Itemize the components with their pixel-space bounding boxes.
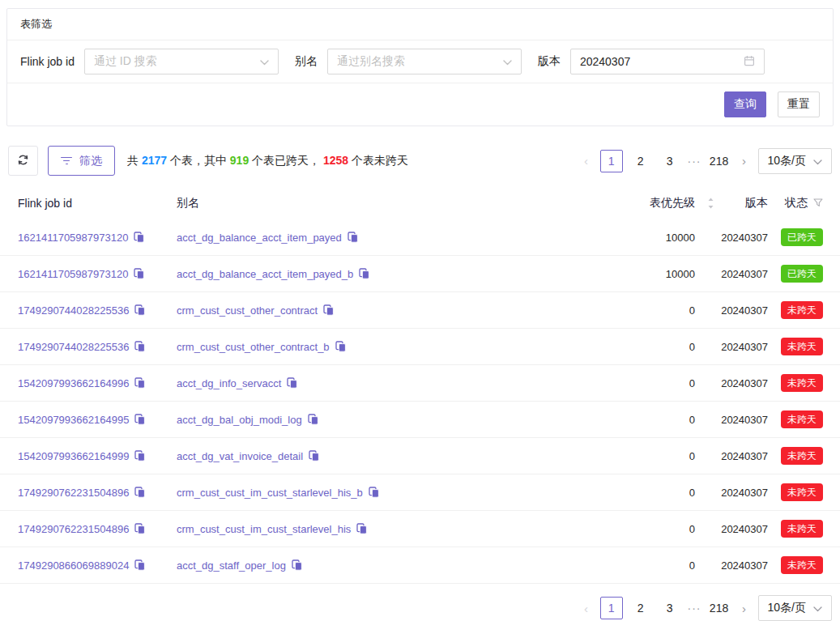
job-id-cell: 1749290744028225536 [18,341,177,353]
job-id-cell: 1621411705987973120 [18,268,177,280]
page-button-218[interactable]: 218 [708,597,731,619]
alias-select[interactable]: 通过别名搜索 [327,49,522,74]
page-size-select[interactable]: 10条/页 [758,148,832,174]
job-id-link[interactable]: 1542097993662164996 [18,377,129,389]
job-id-cell: 1749290744028225536 [18,304,177,317]
flink-job-id-label: Flink job id [20,55,75,68]
table-footer: ‹123···218›10条/页 [8,595,832,621]
alias-link[interactable]: acct_dg_balance_acct_item_payed_b [177,268,353,280]
copy-icon[interactable] [359,268,369,279]
job-id-link[interactable]: 1749290866069889024 [18,559,129,572]
alias-link[interactable]: acct_dg_balance_acct_item_payed [177,232,342,244]
status-badge: 已跨天 [781,265,823,283]
pagination-top: ‹123···218›10条/页 [573,148,832,174]
copy-icon[interactable] [348,232,358,243]
page-button-1[interactable]: 1 [600,597,623,619]
alias-link[interactable]: acct_dg_bal_obj_modi_log [177,414,302,426]
alias-link[interactable]: acct_dg_vat_invoice_detail [177,450,303,462]
next-page-button[interactable]: › [737,154,752,168]
pagination-ellipsis[interactable]: ··· [688,155,701,168]
page-button-1[interactable]: 1 [600,150,623,172]
priority-cell: 0 [598,377,695,389]
version-field: 版本 20240307 [538,49,765,74]
job-id-link[interactable]: 1621411705987973120 [18,268,128,280]
copy-icon[interactable] [287,377,297,389]
status-cell: 未跨天 [768,410,823,428]
job-id-link[interactable]: 1749290762231504896 [18,523,129,535]
copy-icon[interactable] [134,304,145,316]
alias-link[interactable]: acct_dg_info_servacct [177,377,281,389]
next-page-button[interactable]: › [737,602,752,615]
alias-cell: acct_dg_balance_acct_item_payed [177,232,598,244]
alias-link[interactable]: crm_cust_cust_other_contract_b [177,341,330,353]
page-button-218[interactable]: 218 [708,150,731,172]
query-button[interactable]: 查询 [724,91,766,117]
copy-icon[interactable] [134,268,144,279]
job-id-link[interactable]: 1749290762231504896 [18,487,129,499]
alias-link[interactable]: crm_cust_cust_other_contract [177,304,318,317]
pagination-ellipsis[interactable]: ··· [688,602,701,615]
funnel-icon[interactable] [813,198,823,207]
column-status: 状态 [768,196,823,211]
table-row: 1749290744028225536 crm_cust_cust_other_… [0,329,840,365]
copy-icon[interactable] [323,304,334,316]
page-button-3[interactable]: 3 [659,150,681,172]
column-flink-job-id: Flink job id [18,197,177,210]
flink-job-id-field: Flink job id 通过 ID 搜索 [20,49,279,74]
copy-icon[interactable] [356,523,367,534]
copy-icon[interactable] [134,450,145,461]
reset-button[interactable]: 重置 [778,91,820,117]
priority-cell: 0 [598,523,695,535]
copy-icon[interactable] [369,487,379,498]
copy-icon[interactable] [308,414,318,425]
version-date-input[interactable]: 20240307 [570,49,765,74]
priority-cell: 0 [598,414,695,426]
job-id-link[interactable]: 1542097993662164999 [18,450,129,462]
copy-icon[interactable] [134,341,145,352]
alias-placeholder: 通过别名搜索 [337,54,405,69]
page-button-2[interactable]: 2 [629,150,652,172]
flink-job-id-select[interactable]: 通过 ID 搜索 [84,49,279,74]
chevron-down-icon [503,55,512,68]
page-size-select[interactable]: 10条/页 [758,595,832,621]
job-id-link[interactable]: 1749290744028225536 [18,304,129,317]
filter-toggle-button[interactable]: 筛选 [48,146,115,176]
copy-icon[interactable] [309,450,319,461]
status-badge: 未跨天 [781,374,823,392]
copy-icon[interactable] [134,559,145,571]
copy-icon[interactable] [134,523,145,534]
alias-link[interactable]: acct_dg_staff_oper_log [177,559,286,572]
alias-link[interactable]: crm_cust_cust_im_cust_starlevel_his_b [177,487,363,499]
version-cell: 20240307 [695,414,768,426]
page-button-2[interactable]: 2 [629,597,652,619]
alias-link[interactable]: crm_cust_cust_im_cust_starlevel_his [177,523,351,535]
prev-page-button[interactable]: ‹ [579,154,594,168]
job-id-link[interactable]: 1749290744028225536 [18,341,129,353]
column-priority[interactable]: 表优先级 [598,196,695,211]
column-priority-label: 表优先级 [650,196,695,211]
table-header: Flink job id 别名 表优先级 版本 状态 [0,186,840,219]
summary-mid2: 个表已跨天， [249,154,323,167]
pagination-bottom: ‹123···218›10条/页 [573,595,832,621]
table-row: 1542097993662164995 acct_dg_bal_obj_modi… [0,402,840,438]
job-id-link[interactable]: 1621411705987973120 [18,232,128,244]
prev-page-button[interactable]: ‹ [579,602,594,615]
status-cell: 未跨天 [768,338,823,355]
refresh-button[interactable] [8,146,38,176]
caret-up-down-icon[interactable] [707,197,714,210]
version-cell: 20240307 [695,232,768,244]
copy-icon[interactable] [292,559,302,571]
column-alias: 别名 [177,196,598,211]
copy-icon[interactable] [134,414,145,425]
job-id-cell: 1749290866069889024 [18,559,177,572]
results-table: Flink job id 别名 表优先级 版本 状态 1621411705987… [0,186,840,584]
status-cell: 未跨天 [768,447,823,465]
sync-icon [17,154,29,168]
job-id-link[interactable]: 1542097993662164995 [18,414,129,426]
copy-icon[interactable] [134,232,144,243]
copy-icon[interactable] [134,487,145,498]
copy-icon[interactable] [134,377,145,389]
page-button-3[interactable]: 3 [659,597,681,619]
copy-icon[interactable] [335,341,346,352]
table-row: 1621411705987973120 acct_dg_balance_acct… [0,256,840,292]
